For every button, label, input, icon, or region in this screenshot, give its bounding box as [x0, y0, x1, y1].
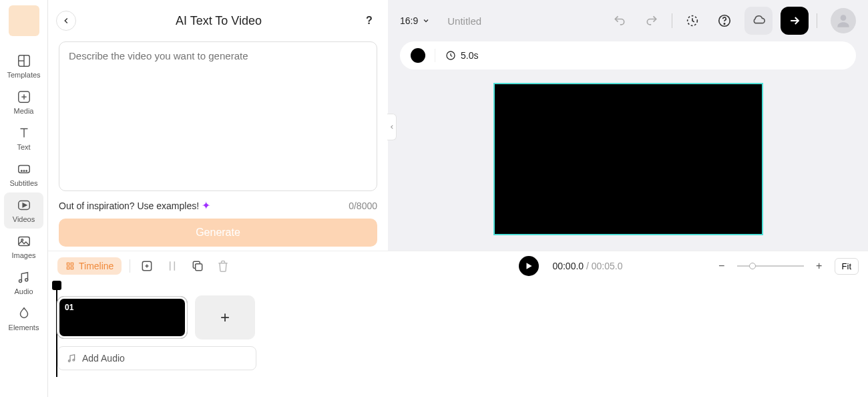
user-avatar[interactable]: [831, 8, 856, 33]
redo-icon: [645, 14, 658, 27]
svg-rect-25: [67, 267, 69, 269]
svg-point-15: [19, 279, 21, 282]
copy-icon: [191, 259, 204, 273]
add-scene-button[interactable]: +: [195, 295, 255, 340]
svg-rect-24: [71, 263, 73, 265]
app-logo[interactable]: [9, 5, 39, 36]
sidebar-item-text[interactable]: Text: [0, 120, 47, 156]
clock-icon: [445, 49, 457, 61]
svg-point-9: [23, 170, 24, 171]
panel-title: AI Text To Video: [176, 14, 262, 28]
sidebar-item-images[interactable]: Images: [0, 229, 47, 265]
timeline-tab[interactable]: Timeline: [57, 257, 122, 275]
sidebar-label: Templates: [7, 71, 40, 79]
sidebar-item-subtitles[interactable]: Subtitles: [0, 156, 47, 192]
timecode: 00:00.0 / 00:05.0: [552, 261, 622, 271]
sidebar-item-videos[interactable]: Videos: [4, 192, 43, 229]
scene-clip[interactable]: 01: [57, 297, 187, 338]
svg-point-19: [724, 23, 724, 24]
aspect-ratio-dropdown[interactable]: 16:9: [400, 15, 430, 26]
clip-color-swatch[interactable]: [411, 48, 425, 63]
split-button[interactable]: [164, 257, 181, 275]
zoom-fit-button[interactable]: Fit: [835, 258, 859, 275]
arrow-right-icon: [788, 14, 801, 27]
audio-icon: [17, 270, 31, 285]
sidebar-item-templates[interactable]: Templates: [0, 48, 47, 84]
sidebar-label: Text: [17, 143, 30, 151]
add-track-button[interactable]: [138, 257, 156, 275]
sidebar-label: Media: [14, 107, 34, 115]
track-area: 01 + Add Audio: [48, 281, 868, 377]
back-button[interactable]: [56, 11, 76, 31]
sidebar-label: Audio: [14, 287, 33, 295]
media-icon: [17, 90, 31, 104]
scene-number: 01: [65, 303, 73, 312]
trash-icon: [216, 259, 230, 273]
save-cloud-button[interactable]: [744, 7, 773, 35]
timeline-section: Timeline 00:00.0 / 00:05.0 − + Fit: [48, 251, 868, 397]
divider: [817, 13, 817, 28]
play-icon: [524, 261, 533, 271]
divider: [672, 13, 672, 28]
duplicate-button[interactable]: [189, 257, 206, 275]
video-canvas[interactable]: [493, 83, 763, 235]
clip-duration[interactable]: 5.0s: [445, 49, 478, 61]
templates-icon: [17, 53, 31, 68]
history-icon: [685, 13, 700, 28]
export-button[interactable]: [781, 7, 809, 35]
generate-button[interactable]: Generate: [59, 219, 377, 247]
sidebar: Templates Media Text Subtitles Videos Im…: [0, 0, 48, 397]
history-button[interactable]: [680, 9, 704, 33]
top-bar: 16:9 Untitled: [388, 0, 868, 41]
svg-point-33: [73, 359, 75, 361]
svg-point-10: [25, 170, 26, 171]
subtitles-icon: [17, 162, 31, 176]
timeline-icon: [65, 261, 75, 271]
videos-icon: [17, 198, 31, 213]
prompt-input[interactable]: [59, 41, 377, 191]
use-examples-link[interactable]: Out of inspiration? Use examples! ✦: [59, 199, 210, 212]
chevron-down-icon: [422, 17, 430, 25]
sparkle-icon: ✦: [202, 199, 210, 212]
sidebar-item-media[interactable]: Media: [0, 84, 47, 120]
help-icon: [717, 13, 732, 28]
svg-marker-12: [23, 203, 27, 207]
zoom-slider[interactable]: [737, 265, 804, 267]
svg-rect-30: [196, 264, 202, 271]
svg-marker-31: [527, 263, 532, 269]
help-button[interactable]: ?: [361, 13, 377, 29]
sidebar-item-audio[interactable]: Audio: [0, 265, 47, 301]
sidebar-label: Elements: [9, 323, 39, 332]
chevron-left-icon: [389, 124, 395, 130]
svg-point-32: [68, 360, 70, 362]
music-note-icon: [66, 353, 77, 364]
sidebar-item-elements[interactable]: Elements: [0, 301, 47, 337]
cloud-icon: [751, 13, 766, 28]
zoom-in-button[interactable]: +: [811, 257, 828, 275]
plus-square-icon: [140, 259, 154, 273]
delete-button[interactable]: [214, 257, 232, 275]
help-button[interactable]: [712, 9, 736, 33]
sidebar-label: Images: [11, 251, 35, 259]
undo-button[interactable]: [608, 9, 632, 33]
add-audio-button[interactable]: Add Audio: [57, 346, 256, 370]
elements-icon: [17, 306, 31, 321]
char-counter: 0/8000: [349, 201, 377, 211]
user-icon: [835, 12, 852, 29]
svg-rect-26: [71, 267, 73, 269]
sidebar-label: Subtitles: [9, 179, 37, 187]
chevron-left-icon: [61, 16, 71, 25]
svg-point-21: [841, 15, 847, 21]
svg-point-16: [25, 279, 27, 281]
clip-info-bar: 5.0s: [400, 41, 856, 70]
play-button[interactable]: [519, 256, 539, 276]
project-title-input[interactable]: Untitled: [447, 15, 481, 27]
zoom-out-button[interactable]: −: [713, 257, 730, 275]
sidebar-label: Videos: [13, 215, 35, 223]
redo-button[interactable]: [640, 9, 664, 33]
collapse-panel-button[interactable]: [387, 114, 397, 140]
svg-point-8: [21, 170, 21, 171]
svg-rect-23: [67, 263, 69, 265]
split-icon: [166, 259, 179, 273]
text-icon: [17, 126, 31, 140]
